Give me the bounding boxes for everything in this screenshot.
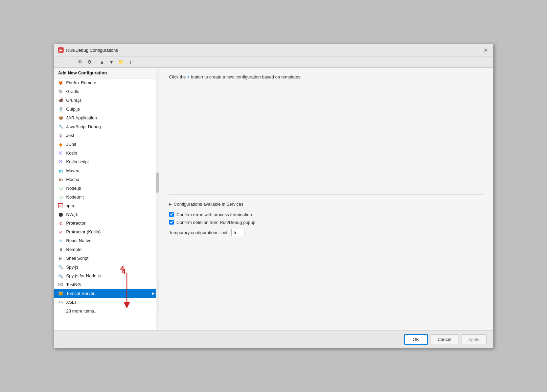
sidebar-item-label: Maven — [66, 168, 155, 173]
sidebar-item-spy-js[interactable]: 🔍 Spy-js — [54, 263, 159, 272]
sidebar-item-label: Gulp.js — [66, 107, 155, 112]
sidebar-item-firefox-remote[interactable]: 🦊 Firefox Remote — [54, 78, 159, 87]
sidebar-item-label: npm — [66, 203, 155, 208]
spy-js-icon: 🔍 — [58, 264, 64, 270]
sidebar-item-label: Node.js — [66, 186, 155, 191]
run-debug-dialog: ▶ Run/Debug Configurations ✕ + − ⧉ ⚙ ▲ ▼… — [54, 44, 494, 348]
sidebar-item-nwjs[interactable]: ⬤ NW.js — [54, 210, 159, 219]
sidebar-item-label: React Native — [66, 238, 155, 243]
sidebar-item-protractor-kotlin[interactable]: ⊘ Protractor (Kotlin) — [54, 228, 159, 236]
sidebar-item-tomcat-server[interactable]: 🐱 Tomcat Server ▶ — [54, 289, 159, 298]
sidebar-item-label: Spy-js for Node.js — [66, 273, 155, 278]
sidebar-item-label: NW.js — [66, 212, 155, 217]
plus-icon-inline: + — [187, 74, 190, 79]
sidebar-item-label: Protractor — [66, 221, 155, 226]
scrollbar-track[interactable] — [156, 68, 159, 330]
junit-icon: ◆ — [58, 142, 64, 147]
sidebar-item-label: Jest — [66, 133, 155, 138]
sidebar-item-kotlin-script[interactable]: K Kotlin script — [54, 158, 159, 166]
sidebar-item-gradle[interactable]: 🐘 Gradle — [54, 87, 159, 96]
spy-js-node-icon: 🔍 — [58, 273, 64, 279]
ok-button[interactable]: OK — [404, 334, 428, 345]
confirm-deletion-row: Confirm deletion from Run/Debug popup — [169, 220, 483, 225]
sidebar-item-testng[interactable]: NG TestNG — [54, 280, 159, 289]
shell-script-icon: ▶ — [58, 256, 64, 261]
javascript-debug-icon: 🔧 — [58, 124, 64, 130]
jar-application-icon: 📦 — [58, 115, 64, 121]
settings-button[interactable]: ⚙ — [85, 58, 94, 66]
sidebar-item-label: JUnit — [66, 142, 155, 147]
sidebar-item-mocha[interactable]: m Mocha — [54, 175, 159, 184]
separator — [169, 194, 483, 195]
scrollbar-thumb[interactable] — [156, 172, 159, 193]
right-content: Click the + button to create a new confi… — [159, 68, 493, 330]
xslt-icon: XS — [58, 300, 64, 305]
move-down-button[interactable]: ▼ — [107, 58, 116, 66]
protractor-kotlin-icon: ⊘ — [58, 229, 64, 235]
sidebar-item-nodeunit[interactable]: ⬡ Nodeunit — [54, 193, 159, 202]
confirm-rerun-row: Confirm rerun with process termination — [169, 212, 483, 217]
testng-icon: NG — [58, 282, 64, 287]
sidebar-item-npm[interactable]: □ npm — [54, 202, 159, 210]
sidebar-item-xslt[interactable]: XS XSLT — [54, 298, 159, 307]
more-items-icon — [58, 308, 64, 314]
confirm-rerun-checkbox[interactable] — [169, 212, 174, 217]
sidebar-item-label: Shell Script — [66, 256, 155, 261]
npm-icon: □ — [58, 203, 63, 208]
remove-config-button[interactable]: − — [66, 58, 75, 66]
sidebar-item-nodejs[interactable]: ⬡ Node.js — [54, 184, 159, 193]
sidebar-item-more-items[interactable]: 28 more items... — [54, 307, 159, 316]
sidebar-item-spy-js-node[interactable]: 🔍 Spy-js for Node.js — [54, 272, 159, 280]
sidebar-item-label: 28 more items... — [66, 308, 155, 314]
remote-icon: 🖥 — [58, 247, 64, 252]
sidebar-item-label: Mocha — [66, 177, 155, 182]
sidebar-item-react-native[interactable]: ⚛ React Native — [54, 236, 159, 245]
sidebar-item-label: JAR Application — [66, 115, 155, 120]
bottom-bar: OK Cancel Apply — [54, 330, 493, 348]
sidebar: Add New Configuration 🦊 Firefox Remote 🐘… — [54, 68, 159, 330]
instruction-text: Click the + button to create a new confi… — [169, 74, 483, 79]
sidebar-item-label: Gradle — [66, 89, 155, 94]
sidebar-item-label: Spy-js — [66, 264, 155, 270]
react-native-icon: ⚛ — [58, 238, 64, 244]
sidebar-item-kotlin[interactable]: K Kotlin — [54, 149, 159, 158]
sidebar-item-label: XSLT — [66, 300, 155, 305]
sidebar-item-maven[interactable]: m Maven — [54, 166, 159, 175]
jest-icon: 🃏 — [58, 133, 64, 138]
submenu-arrow-icon: ▶ — [152, 291, 155, 296]
sidebar-header: Add New Configuration — [54, 68, 159, 78]
sidebar-item-label: JavaScript Debug — [66, 124, 155, 129]
sidebar-item-jar-application[interactable]: 📦 JAR Application — [54, 114, 159, 122]
sidebar-item-label: Grunt.js — [66, 98, 155, 103]
sidebar-item-gruntjs[interactable]: 🐗 Grunt.js — [54, 96, 159, 105]
sidebar-list: 🦊 Firefox Remote 🐘 Gradle 🐗 Grunt.js 🥤 G… — [54, 78, 159, 330]
sidebar-item-junit[interactable]: ◆ JUnit — [54, 140, 159, 149]
temp-limit-input[interactable] — [231, 229, 245, 236]
sort-button[interactable]: ↕ — [126, 58, 135, 66]
gruntjs-icon: 🐗 — [58, 98, 64, 103]
confirm-deletion-checkbox[interactable] — [169, 220, 174, 225]
kotlin-script-icon: K — [58, 159, 64, 165]
nwjs-icon: ⬤ — [58, 212, 64, 217]
copy-config-button[interactable]: ⧉ — [76, 58, 85, 66]
cancel-button[interactable]: Cancel — [431, 335, 458, 344]
apply-button[interactable]: Apply — [461, 335, 486, 344]
sidebar-item-jest[interactable]: 🃏 Jest — [54, 131, 159, 140]
sidebar-item-protractor[interactable]: ⊘ Protractor — [54, 219, 159, 228]
sidebar-item-shell-script[interactable]: ▶ Shell Script — [54, 254, 159, 263]
configurations-services-label: Configurations available in Services — [174, 202, 244, 207]
nodejs-icon: ⬡ — [58, 186, 64, 191]
sidebar-item-gulpjs[interactable]: 🥤 Gulp.js — [54, 105, 159, 114]
sidebar-item-remote[interactable]: 🖥 Remote — [54, 245, 159, 254]
confirm-rerun-label: Confirm rerun with process termination — [177, 212, 252, 217]
sidebar-item-javascript-debug[interactable]: 🔧 JavaScript Debug — [54, 122, 159, 131]
folder-button[interactable]: 📁 — [117, 58, 126, 66]
sidebar-item-label: Remote — [66, 247, 155, 252]
close-button[interactable]: ✕ — [482, 47, 489, 53]
sidebar-item-label: Nodeunit — [66, 194, 155, 200]
add-config-button[interactable]: + — [57, 58, 66, 66]
toolbar: + − ⧉ ⚙ ▲ ▼ 📁 ↕ — [54, 56, 493, 68]
configurations-services-section[interactable]: ▶ Configurations available in Services — [169, 202, 483, 207]
maven-icon: m — [58, 168, 64, 174]
move-up-button[interactable]: ▲ — [98, 58, 107, 66]
